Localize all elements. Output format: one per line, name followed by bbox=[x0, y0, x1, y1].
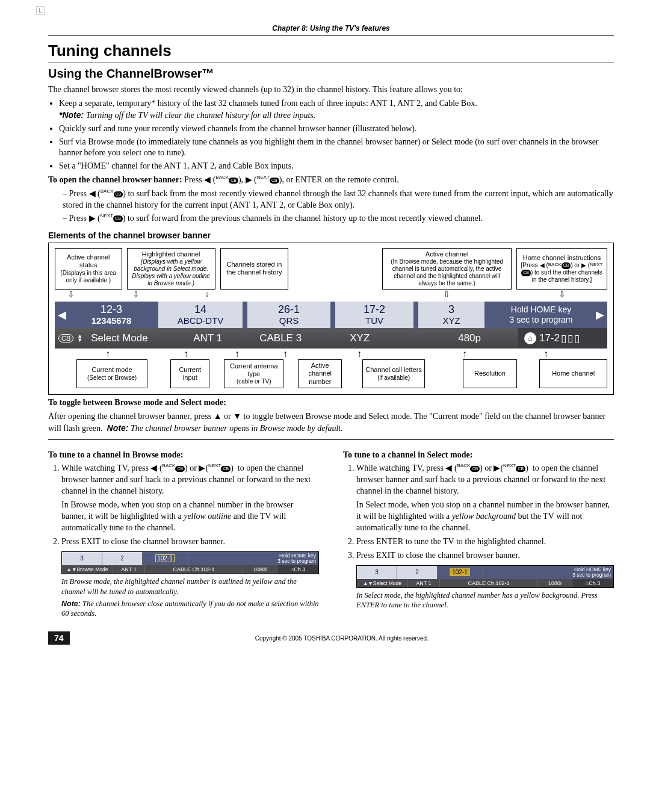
mini-input: ANT 1 bbox=[113, 565, 145, 574]
channel-tile-highlighted: 12-3 12345678 bbox=[69, 302, 153, 328]
section-title: Using the ChannelBrowser™ bbox=[48, 67, 614, 81]
feature-item: Quickly surf and tune your recently view… bbox=[59, 123, 614, 135]
next-label: NEXT bbox=[590, 262, 602, 267]
hold-home-tile: Hold HOME key 3 sec to program bbox=[489, 302, 593, 328]
tile-name: QRS bbox=[247, 316, 330, 326]
page-title: Tuning channels bbox=[48, 42, 614, 63]
label-sub: (Displays in this area only if available… bbox=[58, 270, 119, 284]
scroll-right-icon: ▶ bbox=[593, 302, 607, 328]
mini-label: CABLE Ch.102-1 bbox=[145, 565, 243, 574]
mini-tile-num: 102-1 bbox=[450, 568, 470, 576]
mini-input: ANT 1 bbox=[408, 579, 440, 587]
label-title: Highlighted channel bbox=[130, 250, 212, 258]
tile-name: ABCD-DTV bbox=[158, 316, 243, 326]
back-label: BACK bbox=[215, 175, 229, 180]
cb-next-icon: CB bbox=[221, 466, 231, 472]
label-channel-number: Active channel number bbox=[298, 359, 342, 388]
label-sub: (cable or TV) bbox=[227, 378, 280, 385]
copyright: Copyright © 2005 TOSHIBA CORPORATION. Al… bbox=[70, 635, 614, 642]
placeholder-boxes-icon: ▯▯▯ bbox=[561, 332, 581, 345]
next-label: NEXT bbox=[257, 175, 270, 180]
browse-mode-column: To tune to a channel in Browse mode: Whi… bbox=[48, 447, 319, 621]
tile-name: TUV bbox=[335, 316, 413, 326]
next-label: NEXT bbox=[208, 463, 221, 468]
current-input: ANT 1 bbox=[187, 332, 253, 344]
open-banner-lead: To open the channel browser banner: bbox=[48, 175, 182, 184]
cb-next-icon: CB bbox=[521, 270, 531, 276]
select-heading: To tune to a channel in Select mode: bbox=[343, 450, 614, 461]
cb-next-icon: CB bbox=[516, 466, 525, 472]
label-call-letters: Channel call letters (if available) bbox=[362, 359, 425, 388]
label-antenna-type: Current antenna type (cable or TV) bbox=[224, 359, 283, 388]
tile-num: 14 bbox=[158, 304, 243, 316]
elements-heading: Elements of the channel browser banner bbox=[48, 231, 614, 240]
label-current-input: Current input bbox=[170, 359, 209, 388]
select-steps: While watching TV, press ◀ (BACKCB) or ▶… bbox=[356, 463, 614, 561]
feature-item: Surf via Browse mode (to immediately tun… bbox=[59, 137, 614, 160]
back-label: BACK bbox=[101, 188, 114, 194]
mini-mode: Browse Mode bbox=[76, 566, 108, 572]
mini-home: ⌂ Ch.3 bbox=[277, 565, 318, 574]
note-label: Note: bbox=[61, 600, 81, 608]
cb-back-icon: CB bbox=[114, 191, 123, 197]
intro-paragraph: The channel browser stores the most rece… bbox=[48, 84, 614, 96]
next-label: NEXT bbox=[101, 213, 113, 218]
toggle-body: After opening the channel browser banner… bbox=[48, 411, 614, 435]
hold-line2: 3 sec to program bbox=[559, 572, 611, 578]
cb-badge-icon: CB bbox=[58, 334, 73, 342]
mini-tile: 3 bbox=[62, 552, 102, 566]
tile-name: 12345678 bbox=[69, 316, 153, 326]
home-channel-cell: ⌂ 17-2 ▯▯▯ bbox=[518, 328, 607, 349]
label-home-channel: Home channel bbox=[539, 359, 607, 388]
antenna-type: CABLE 3 bbox=[253, 332, 344, 344]
note-text: Turning off the TV will clear the channe… bbox=[86, 111, 316, 120]
divider bbox=[48, 439, 614, 440]
list-item: While watching TV, press ◀ (BACKCB) or ▶… bbox=[61, 463, 319, 533]
back-label: BACK bbox=[457, 463, 471, 468]
back-label: BACK bbox=[548, 262, 562, 267]
current-mode: Select Mode bbox=[85, 332, 187, 344]
feature-item: Keep a separate, temporary* history of t… bbox=[59, 98, 614, 122]
select-caption: In Select mode, the highlighted channel … bbox=[356, 590, 614, 610]
label-title: Current mode bbox=[79, 366, 145, 374]
cb-back-icon: CB bbox=[470, 466, 480, 472]
dash-list: Press ◀ (BACKCB) to surf back from the m… bbox=[48, 188, 614, 225]
hold-line1: Hold HOME key bbox=[511, 305, 571, 315]
mini-home-ch: Ch.3 bbox=[589, 580, 600, 586]
mini-tile-highlighted: 102-1 bbox=[438, 566, 483, 580]
mini-spacer bbox=[483, 566, 557, 580]
select-mode-column: To tune to a channel in Select mode: Whi… bbox=[343, 447, 614, 621]
list-item: Press EXIT to close the channel browser … bbox=[356, 550, 614, 562]
feature-list: Keep a separate, temporary* history of t… bbox=[48, 98, 614, 172]
status-row: CB ▲▼ Select Mode ANT 1 CABLE 3 XYZ 480p… bbox=[55, 328, 607, 349]
label-sub: (Displays with a yellow background in Se… bbox=[130, 258, 212, 287]
browse-steps: While watching TV, press ◀ (BACKCB) or ▶… bbox=[61, 463, 319, 547]
cb-next-icon: CB bbox=[113, 215, 123, 222]
mini-home-ch: Ch.3 bbox=[294, 566, 305, 572]
label-title: Current input bbox=[173, 366, 206, 382]
call-letters: XYZ bbox=[344, 332, 452, 344]
mini-res: 1080i bbox=[243, 565, 277, 574]
cb-next-icon: CB bbox=[270, 178, 279, 184]
toggle-heading: To toggle between Browse mode and Select… bbox=[48, 397, 614, 409]
label-title: Active channel bbox=[385, 250, 509, 258]
label-title: Home channel bbox=[542, 370, 604, 377]
note-label: Note: bbox=[107, 423, 129, 433]
tile-num: 12-3 bbox=[69, 304, 153, 316]
channel-tile: 3 XYZ bbox=[418, 302, 484, 328]
list-item: While watching TV, press ◀ (BACKCB) or ▶… bbox=[356, 463, 614, 533]
mini-home: ⌂ Ch.3 bbox=[572, 579, 613, 587]
browse-note: Note: The channel browser close automati… bbox=[61, 599, 319, 619]
mini-label: CABLE Ch.102-1 bbox=[440, 579, 538, 587]
select-mini-banner: 3 2 102-1 Hold HOME key 3 sec to program… bbox=[356, 565, 614, 589]
label-title: Resolution bbox=[466, 370, 513, 377]
hold-line2: 3 sec to program bbox=[509, 315, 572, 325]
label-title: Home channel instructions bbox=[519, 254, 604, 262]
label-home-instructions: Home channel instructions [Press ◀ (BACK… bbox=[516, 248, 607, 290]
mini-tile: 2 bbox=[397, 566, 438, 580]
resolution: 480p bbox=[452, 332, 518, 344]
back-label: BACK bbox=[162, 463, 176, 468]
tile-num: 3 bbox=[418, 304, 484, 316]
corner-mark: L bbox=[36, 6, 45, 15]
open-banner-instruction: To open the channel browser banner: Pres… bbox=[48, 175, 614, 186]
